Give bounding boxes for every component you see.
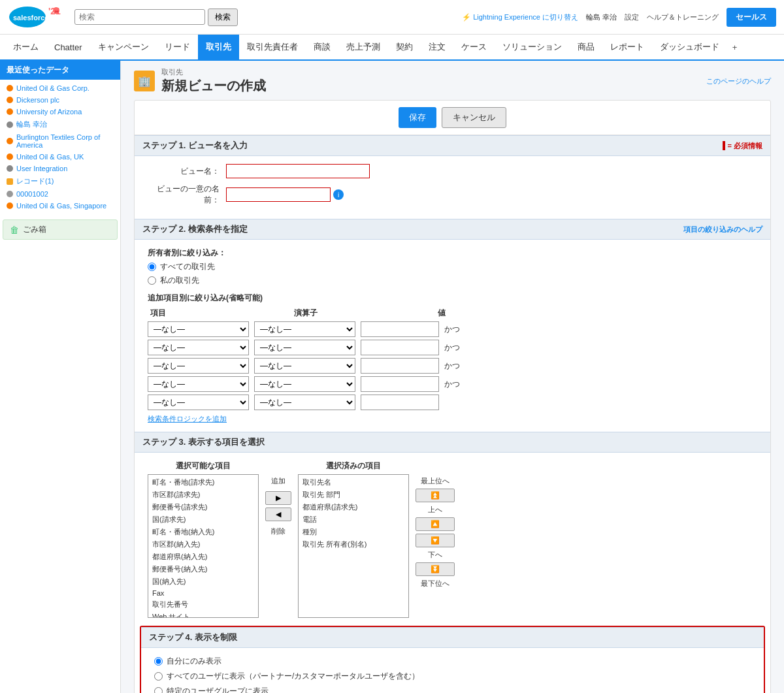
list-item[interactable]: 市区郡(請求先) xyxy=(150,489,257,501)
settings-link[interactable]: 設定 xyxy=(625,12,639,22)
filter-value-input-5[interactable] xyxy=(361,395,439,410)
sidebar-item-2[interactable]: University of Arizona xyxy=(0,106,120,118)
my-accounts-radio-input[interactable] xyxy=(148,276,156,285)
list-item[interactable]: 電話 xyxy=(300,513,407,526)
sidebar-link-2[interactable]: University of Arizona xyxy=(16,108,82,116)
nav-home[interactable]: ホーム xyxy=(5,35,46,59)
list-item[interactable]: 国(請求先) xyxy=(150,513,257,526)
bottom-button[interactable]: ⏬ xyxy=(416,562,455,576)
sidebar-item-4[interactable]: Burlington Textiles Corp of America xyxy=(0,131,120,151)
sidebar-item-9[interactable]: United Oil & Gas, Singapore xyxy=(0,200,120,212)
filter-value-input-2[interactable] xyxy=(361,340,439,355)
sidebar-item-0[interactable]: United Oil & Gas Corp. xyxy=(0,82,120,94)
unique-name-input[interactable] xyxy=(226,187,331,202)
selected-items-list[interactable]: 取引先名 取引先 部門 都道府県(請求先) 電話 種別 取引先 所有者(別名) xyxy=(298,474,409,618)
sidebar-link-8[interactable]: 00001002 xyxy=(16,190,48,198)
nav-account[interactable]: 取引先 xyxy=(198,35,239,59)
add-button[interactable]: ▶ xyxy=(265,491,291,505)
filter-operator-select-3[interactable]: —なし— xyxy=(254,358,355,374)
nav-chatter[interactable]: Chatter xyxy=(46,36,90,59)
sidebar-item-6[interactable]: User Integration xyxy=(0,163,120,174)
list-item[interactable]: 取引先番号 xyxy=(150,598,257,611)
nav-contact[interactable]: 取引先責任者 xyxy=(239,35,306,59)
nav-forecast[interactable]: 売上予測 xyxy=(338,35,388,59)
sidebar-link-0[interactable]: United Oil & Gas Corp. xyxy=(16,84,90,92)
filter-item-select-1[interactable]: —なし— xyxy=(148,321,249,337)
nav-order[interactable]: 注文 xyxy=(421,35,453,59)
sidebar-item-1[interactable]: Dickerson plc xyxy=(0,94,120,106)
list-item[interactable]: Web サイト xyxy=(150,611,257,618)
list-item[interactable]: 市区郡(納入先) xyxy=(150,538,257,551)
filter-item-select-4[interactable]: —なし— xyxy=(148,376,249,392)
sidebar-link-7[interactable]: レコード(1) xyxy=(16,176,54,186)
visibility-radio-3[interactable] xyxy=(154,687,163,693)
sidebar-link-6[interactable]: User Integration xyxy=(16,165,67,172)
down-button[interactable]: 🔽 xyxy=(416,534,455,547)
filter-operator-select-4[interactable]: —なし— xyxy=(254,376,355,392)
nav-case[interactable]: ケース xyxy=(453,35,495,59)
lightning-switch[interactable]: ⚡ Lightning Experience に切り替え xyxy=(462,12,578,22)
save-button-top[interactable]: 保存 xyxy=(399,107,436,128)
sidebar-link-5[interactable]: United Oil & Gas, UK xyxy=(16,153,84,161)
page-help-link[interactable]: このページのヘルプ xyxy=(706,76,771,86)
list-item[interactable]: 都道府県(請求先) xyxy=(300,501,407,513)
sidebar-item-3[interactable]: 輪島 幸治 xyxy=(0,118,120,131)
nav-opportunity[interactable]: 商談 xyxy=(306,35,338,59)
list-item[interactable]: 国(納入先) xyxy=(150,575,257,588)
list-item[interactable]: 町名・番地(請求先) xyxy=(150,476,257,489)
help-link[interactable]: ヘルプ＆トレーニング xyxy=(647,12,719,22)
nav-dashboard[interactable]: ダッシュボード xyxy=(652,35,727,59)
cancel-button-top[interactable]: キャンセル xyxy=(442,107,506,128)
account-icon-9 xyxy=(7,202,13,209)
filter-operator-select-5[interactable]: —なし— xyxy=(254,395,355,410)
sidebar-item-7[interactable]: レコード(1) xyxy=(0,174,120,188)
nav-report[interactable]: レポート xyxy=(602,35,652,59)
visibility-radio-1[interactable] xyxy=(154,657,163,666)
filter-operator-select-1[interactable]: —なし— xyxy=(254,321,355,337)
list-item[interactable]: 郵便番号(納入先) xyxy=(150,563,257,575)
up-button[interactable]: 🔼 xyxy=(416,517,455,531)
sidebar-item-5[interactable]: United Oil & Gas, UK xyxy=(0,151,120,163)
sidebar-item-8[interactable]: 00001002 xyxy=(0,188,120,200)
nav-campaign[interactable]: キャンペーン xyxy=(90,35,157,59)
filter-value-input-1[interactable] xyxy=(361,321,439,337)
list-item[interactable]: 町名・番地(納入先) xyxy=(150,526,257,538)
list-item[interactable]: 都道府県(納入先) xyxy=(150,551,257,563)
info-icon[interactable]: i xyxy=(333,189,344,200)
nav-solution[interactable]: ソリューション xyxy=(495,35,570,59)
add-logic-link[interactable]: 検索条件ロジックを追加 xyxy=(148,415,227,423)
top-button[interactable]: ⏫ xyxy=(416,489,455,502)
search-button[interactable]: 検索 xyxy=(208,8,238,26)
remove-button[interactable]: ◀ xyxy=(265,508,291,521)
list-item[interactable]: 取引先 部門 xyxy=(300,489,407,501)
filter-operator-select-2[interactable]: —なし— xyxy=(254,340,355,355)
filter-item-select-2[interactable]: —なし— xyxy=(148,340,249,355)
search-input[interactable] xyxy=(74,9,205,25)
sidebar-link-3[interactable]: 輪島 幸治 xyxy=(16,120,47,129)
sidebar-trash[interactable]: 🗑 ごみ箱 xyxy=(3,219,118,240)
view-name-input[interactable] xyxy=(226,164,370,178)
list-item[interactable]: 取引先 所有者(別名) xyxy=(300,538,407,551)
nav-contract[interactable]: 契約 xyxy=(388,35,421,59)
list-item[interactable]: Fax xyxy=(150,588,257,598)
nav-lead[interactable]: リード xyxy=(157,35,198,59)
sidebar-link-9[interactable]: United Oil & Gas, Singapore xyxy=(16,202,106,210)
all-accounts-radio-input[interactable] xyxy=(148,263,156,271)
nav-more[interactable]: + xyxy=(727,36,743,59)
filter-item-select-3[interactable]: —なし— xyxy=(148,358,249,374)
sidebar-link-4[interactable]: Burlington Textiles Corp of America xyxy=(16,133,114,149)
list-item[interactable]: 種別 xyxy=(300,526,407,538)
visibility-radio-2[interactable] xyxy=(154,672,163,681)
list-item[interactable]: 郵便番号(請求先) xyxy=(150,501,257,513)
user-menu[interactable]: 輪島 幸治 xyxy=(586,12,617,22)
filter-value-input-3[interactable] xyxy=(361,358,439,374)
filter-item-select-5[interactable]: —なし— xyxy=(148,395,249,410)
sales-button[interactable]: セールス xyxy=(727,8,776,27)
filter-value-input-4[interactable] xyxy=(361,376,439,392)
filter-help-link[interactable]: 項目の絞り込みのヘルプ xyxy=(683,225,762,234)
sidebar-link-1[interactable]: Dickerson plc xyxy=(16,96,59,104)
available-items-list[interactable]: 町名・番地(請求先) 市区郡(請求先) 郵便番号(請求先) 国(請求先) 町名・… xyxy=(148,474,259,618)
nav-product[interactable]: 商品 xyxy=(570,35,602,59)
list-item[interactable]: 取引先名 xyxy=(300,476,407,489)
account-icon-2 xyxy=(7,108,13,115)
